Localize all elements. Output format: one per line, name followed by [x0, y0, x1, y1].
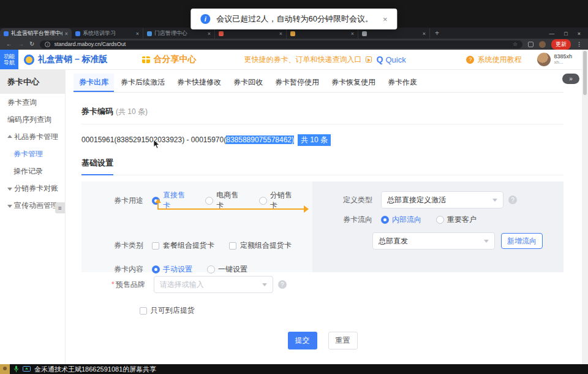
radio-selected-icon	[152, 265, 160, 273]
extensions-icon[interactable]	[528, 42, 533, 47]
collapse-icon	[7, 205, 12, 208]
browser-tab[interactable]: ×	[358, 28, 430, 39]
tab-cards-void[interactable]: 券卡作废	[382, 74, 423, 92]
basic-settings-title: 基础设置	[81, 158, 113, 175]
checkbox-icon	[140, 307, 147, 315]
add-flow-button[interactable]: 新增流向	[501, 233, 543, 249]
sidebar-collapse-toggle[interactable]: ≡	[55, 202, 65, 213]
quick-entry-promo-link[interactable]: 更快捷的券卡、订单和快递查询入口	[244, 55, 362, 65]
forward-button[interactable]: →	[18, 41, 24, 47]
main-content: 券卡出库 券卡后续激活 券卡快捷修改 券卡回收 券卡暂停使用 券卡恢复使用 券卡…	[66, 70, 588, 364]
flow-select-row: 总部直发 新增流向	[372, 232, 564, 250]
tab-cards-recycle[interactable]: 券卡回收	[228, 74, 268, 92]
radio-label: 重要客户	[447, 215, 477, 225]
radio-label: 内部流向	[392, 215, 421, 225]
bookmark-star-icon[interactable]: ☆	[513, 41, 518, 47]
checkbox-combo-pickup-card[interactable]: 套餐组合提货卡	[152, 240, 214, 251]
sidebar-item-sequence-query[interactable]: 编码序列查询	[0, 111, 65, 128]
form-area: 券卡编码 (共 10 条) 00015961(8385291502033923)…	[66, 107, 588, 349]
window-maximize-button[interactable]: □	[564, 31, 567, 37]
sidebar-group-label: 分销券卡对账	[14, 184, 58, 193]
define-type-select[interactable]: 总部直接定义激活	[381, 191, 503, 208]
codes-section-title: 券卡编码	[81, 106, 113, 117]
participant-avatar	[0, 364, 10, 374]
panel-collapse-button[interactable]: »	[562, 74, 579, 84]
sidebar-group-gift-card[interactable]: 礼品券卡管理	[0, 128, 65, 145]
url-text: standard.maboy.cn/CardsOut	[54, 41, 509, 47]
sidebar-item-card-manage[interactable]: 券卡管理	[0, 145, 65, 162]
radio-distribution-sale[interactable]: 分销售卡	[259, 190, 298, 211]
tab-close-icon[interactable]: ×	[423, 31, 426, 37]
tab-close-icon[interactable]: ×	[65, 31, 68, 37]
reset-button[interactable]: 重置	[328, 332, 358, 349]
checkbox-store-pickup-only[interactable]: 只可到店提货	[140, 305, 195, 316]
browser-update-button[interactable]: 更新	[551, 39, 571, 50]
nav-badge-line1: 功能	[4, 53, 15, 59]
browser-tab[interactable]: 门店管理中心 ×	[143, 28, 215, 39]
presale-brand-select[interactable]: 请选择或输入	[154, 276, 273, 293]
browser-tab[interactable]: ×	[287, 28, 358, 39]
radio-internal-flow[interactable]: 内部流向	[381, 215, 421, 225]
radio-one-click-setup[interactable]: 一键设置	[207, 264, 247, 275]
window-minimize-button[interactable]: —	[549, 31, 554, 37]
checkbox-fixed-combo-card[interactable]: 定额组合提货卡	[229, 240, 292, 251]
sidebar-group-label: 礼品券卡管理	[14, 132, 58, 141]
back-button[interactable]: ←	[6, 41, 12, 47]
meeting-toast: i 会议已超过2人，自动转为60分钟限时会议。 ×	[190, 9, 397, 29]
radio-key-customer[interactable]: 重要客户	[436, 215, 477, 225]
help-icon[interactable]: ?	[278, 280, 287, 289]
app-header: 功能 导航 礼盒营销 – 标准版 合分享中心 更快捷的券卡、订单和快递查询入口 …	[0, 50, 588, 70]
scrollbar[interactable]	[582, 50, 588, 364]
function-nav-button[interactable]: 功能 导航	[0, 50, 18, 69]
screen-share-bar: 金禾通技术王斌18662591081的屏幕共享	[0, 364, 588, 374]
sidebar-item-card-query[interactable]: 券卡查询	[0, 94, 65, 111]
tab-favicon	[147, 31, 152, 36]
tab-cards-quick-edit[interactable]: 券卡快捷修改	[172, 74, 227, 92]
tab-close-icon[interactable]: ×	[208, 31, 211, 37]
radio-icon	[207, 265, 215, 273]
sidebar-section-title: 券卡中心	[0, 70, 65, 94]
radio-icon	[436, 216, 444, 224]
tab-cards-resume[interactable]: 券卡恢复使用	[326, 74, 381, 92]
browser-profile-avatar[interactable]	[539, 41, 546, 48]
gift-icon	[142, 56, 150, 63]
toast-close-icon[interactable]: ×	[383, 15, 388, 24]
radio-manual-setup[interactable]: 手动设置	[152, 264, 192, 275]
chevron-down-icon	[484, 240, 489, 245]
reload-button[interactable]: ↻	[29, 41, 34, 47]
scrollbar-thumb[interactable]	[583, 51, 587, 95]
url-field[interactable]: i standard.maboy.cn/CardsOut ☆	[40, 40, 522, 48]
flow-select[interactable]: 总部直发	[372, 232, 495, 250]
browser-tab-active[interactable]: 礼盒营销平台管理中心 ×	[0, 28, 72, 39]
user-subname: xh...	[554, 59, 572, 66]
tab-cards-activate[interactable]: 券卡后续激活	[115, 74, 170, 92]
new-tab-button[interactable]: +	[435, 28, 439, 39]
tab-cards-pause[interactable]: 券卡暂停使用	[270, 74, 325, 92]
tab-close-icon[interactable]: ×	[351, 31, 354, 37]
radio-ecommerce-sale[interactable]: 电商售卡	[205, 190, 244, 211]
cursor-pointer-icon	[366, 56, 372, 63]
browser-tab[interactable]: ×	[215, 28, 287, 39]
radio-label: 电商售卡	[216, 190, 244, 211]
help-icon[interactable]: ?	[508, 196, 517, 204]
codes-count-note: (共 10 条)	[116, 107, 148, 117]
sidebar-item-operation-log[interactable]: 操作记录	[0, 162, 65, 180]
define-type-label: 定义类型	[343, 195, 372, 205]
sidebar-group-distribution[interactable]: 分销券卡对账	[0, 180, 65, 197]
browser-menu-icon[interactable]: ⋮	[576, 41, 582, 47]
usage-row: 券卡用途 直接售卡 电商售卡 分销售卡	[114, 190, 312, 211]
site-info-icon[interactable]: i	[45, 42, 50, 47]
share-center-link[interactable]: 合分享中心	[142, 54, 197, 65]
tutorial-link[interactable]: ? 系统使用教程	[466, 55, 521, 65]
quick-link[interactable]: Q Quick	[377, 55, 406, 64]
tab-close-icon[interactable]: ×	[279, 31, 282, 37]
tab-cards-out[interactable]: 券卡出库	[74, 74, 114, 92]
user-menu[interactable]: 8385xh xh...	[537, 53, 572, 66]
tab-close-icon[interactable]: ×	[136, 31, 139, 37]
radio-icon	[205, 197, 213, 205]
browser-tab[interactable]: 系统培训学习 ×	[72, 28, 143, 39]
submit-button[interactable]: 提交	[288, 332, 317, 349]
window-close-button[interactable]: ×	[578, 31, 581, 37]
radio-label: 手动设置	[163, 264, 192, 275]
tab-favicon	[75, 31, 80, 36]
